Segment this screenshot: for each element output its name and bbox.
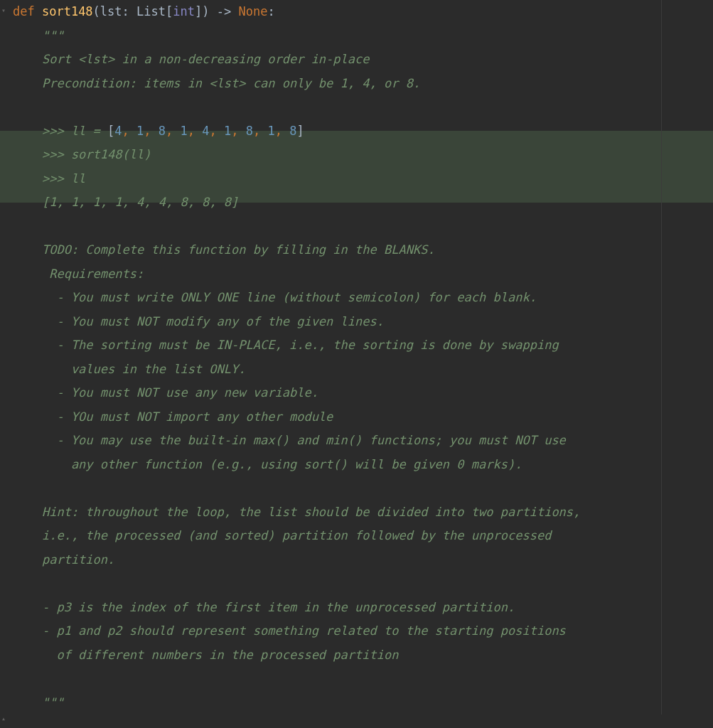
code-line[interactable]: def sort148(lst: List[int]) -> None: bbox=[13, 0, 713, 24]
number: 1 bbox=[267, 124, 274, 138]
code-line[interactable]: - p3 is the index of the first item in t… bbox=[13, 596, 713, 620]
paren: ) bbox=[202, 4, 209, 18]
right-margin-guide bbox=[661, 0, 662, 714]
comma: , bbox=[122, 124, 136, 138]
docstring-text: - p1 and p2 should represent something r… bbox=[13, 623, 566, 638]
docstring-text: - You may use the built-in max() and min… bbox=[13, 433, 566, 447]
arrow: -> bbox=[209, 4, 238, 18]
comma: , bbox=[144, 124, 158, 138]
bracket: [ bbox=[166, 4, 173, 18]
code-line[interactable] bbox=[13, 572, 713, 596]
code-line[interactable] bbox=[13, 476, 713, 500]
code-area[interactable]: def sort148(lst: List[int]) -> None: """… bbox=[0, 0, 713, 714]
code-line[interactable]: i.e., the processed (and sorted) partiti… bbox=[13, 524, 713, 548]
code-line[interactable]: - The sorting must be IN-PLACE, i.e., th… bbox=[13, 333, 713, 358]
code-line[interactable]: - You must NOT use any new variable. bbox=[13, 381, 713, 405]
function-name: sort148 bbox=[42, 4, 93, 18]
code-line[interactable] bbox=[13, 667, 713, 691]
type-list: List bbox=[136, 4, 166, 18]
def-colon: : bbox=[267, 4, 274, 18]
docstring-text: Hint: throughout the loop, the list shou… bbox=[13, 505, 580, 519]
comma: , bbox=[210, 124, 224, 138]
def-keyword: def bbox=[13, 4, 42, 18]
docstring-text: any other function (e.g., using sort() w… bbox=[13, 457, 522, 471]
colon: : bbox=[122, 4, 136, 18]
docstring-text: - YOu must NOT import any other module bbox=[13, 410, 333, 424]
code-line[interactable]: TODO: Complete this function by filling … bbox=[13, 238, 713, 262]
code-line[interactable]: any other function (e.g., using sort() w… bbox=[13, 453, 713, 477]
code-line[interactable] bbox=[13, 215, 713, 239]
docstring-text: Requirements: bbox=[13, 267, 144, 281]
code-line[interactable]: """ bbox=[13, 691, 713, 715]
number: 8 bbox=[159, 124, 166, 138]
docstring-text: - The sorting must be IN-PLACE, i.e., th… bbox=[13, 338, 559, 352]
code-line[interactable]: - You may use the built-in max() and min… bbox=[13, 429, 713, 453]
number: 8 bbox=[246, 124, 253, 138]
docstring-text: partition. bbox=[13, 552, 114, 567]
number: 4 bbox=[202, 124, 209, 138]
code-line[interactable]: - YOu must NOT import any other module bbox=[13, 405, 713, 429]
doctest-result: [1, 1, 1, 1, 4, 4, 8, 8, 8] bbox=[13, 195, 238, 209]
return-type: None bbox=[238, 4, 267, 18]
number: 4 bbox=[114, 124, 122, 138]
code-line[interactable]: """ bbox=[13, 24, 713, 48]
comma: , bbox=[253, 124, 267, 138]
param-name: lst bbox=[100, 4, 122, 18]
code-line[interactable]: Hint: throughout the loop, the list shou… bbox=[13, 500, 713, 525]
number: 1 bbox=[181, 124, 188, 138]
code-editor[interactable]: ▾ ▴ def sort148(lst: List[int]) -> None:… bbox=[0, 0, 713, 714]
docstring-text: - p3 is the index of the first item in t… bbox=[13, 600, 515, 614]
docstring-text: - You must write ONLY ONE line (without … bbox=[13, 290, 537, 304]
docstring-text: i.e., the processed (and sorted) partiti… bbox=[13, 528, 551, 542]
comma: , bbox=[188, 124, 202, 138]
doctest-prefix: >>> ll = bbox=[13, 124, 107, 138]
docstring-text: - You must NOT modify any of the given l… bbox=[13, 314, 384, 328]
number: 1 bbox=[136, 124, 144, 138]
paren: ( bbox=[93, 4, 100, 18]
bracket: ] bbox=[195, 4, 202, 18]
docstring-text: of different numbers in the processed pa… bbox=[13, 648, 398, 662]
docstring-text: Sort <lst> in a non-decreasing order in-… bbox=[13, 52, 370, 66]
code-line[interactable]: values in the list ONLY. bbox=[13, 358, 713, 382]
code-line[interactable]: - You must NOT modify any of the given l… bbox=[13, 310, 713, 334]
code-line[interactable]: - You must write ONLY ONE line (without … bbox=[13, 286, 713, 310]
code-line[interactable]: Requirements: bbox=[13, 262, 713, 287]
code-line[interactable]: - p1 and p2 should represent something r… bbox=[13, 619, 713, 643]
type-int: int bbox=[173, 4, 195, 18]
fold-up-icon[interactable]: ▴ bbox=[1, 715, 9, 722]
code-line[interactable]: of different numbers in the processed pa… bbox=[13, 643, 713, 668]
number: 1 bbox=[224, 124, 231, 138]
code-line[interactable]: Precondition: items in <lst> can only be… bbox=[13, 72, 713, 96]
docstring-text: values in the list ONLY. bbox=[13, 362, 246, 376]
comma: , bbox=[166, 124, 180, 138]
comma: , bbox=[275, 124, 289, 138]
docstring-text: TODO: Complete this function by filling … bbox=[13, 242, 435, 257]
code-line[interactable] bbox=[13, 95, 713, 119]
bracket: ] bbox=[296, 124, 304, 138]
docstring-text: - You must NOT use any new variable. bbox=[13, 385, 318, 400]
docstring-close: """ bbox=[13, 695, 64, 710]
docstring-open: """ bbox=[13, 28, 64, 43]
docstring-text: Precondition: items in <lst> can only be… bbox=[13, 76, 420, 90]
code-line[interactable]: Sort <lst> in a non-decreasing order in-… bbox=[13, 48, 713, 72]
comma: , bbox=[231, 124, 245, 138]
code-line[interactable]: partition. bbox=[13, 548, 713, 572]
doctest-line: >>> ll bbox=[13, 171, 85, 186]
number: 8 bbox=[289, 124, 296, 138]
bracket: [ bbox=[107, 124, 114, 138]
doctest-highlight bbox=[0, 131, 713, 203]
doctest-line: >>> sort148(ll) bbox=[13, 147, 151, 161]
